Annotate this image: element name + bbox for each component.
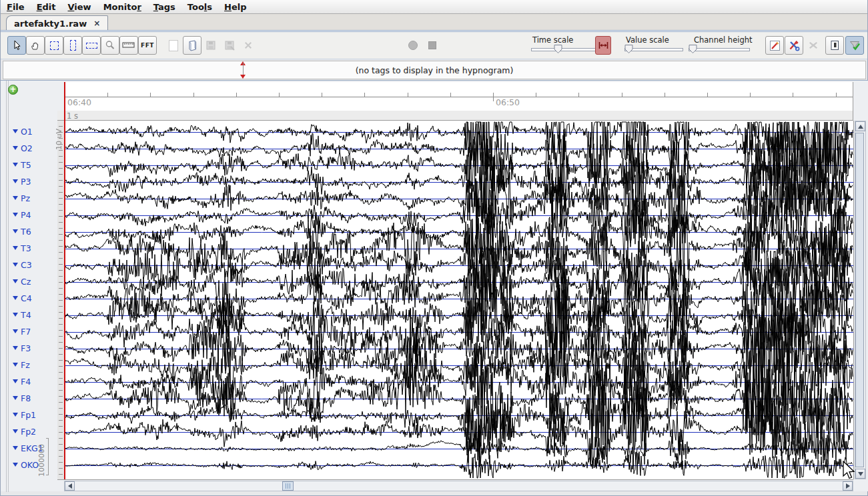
channel-label-OKO[interactable]: OKO [13,459,39,470]
stop-button[interactable] [423,36,442,55]
tab-artefakty1[interactable]: artefakty1.raw × [6,15,108,31]
channel-height-thumb[interactable] [689,44,697,54]
channel-collapse-icon[interactable] [13,313,18,317]
filter-button[interactable] [845,36,864,55]
channel-label-P4[interactable]: P4 [13,209,31,220]
channel-label-F8[interactable]: F8 [13,393,31,403]
preferences-button[interactable] [785,36,803,55]
splitter-line-2[interactable] [8,81,9,492]
select-column-button[interactable] [63,36,82,55]
channel-label-Fp1[interactable]: Fp1 [13,409,36,420]
time-scale-thumb[interactable] [554,44,562,54]
channel-label-T5[interactable]: T5 [13,159,31,170]
channel-label-Cz[interactable]: Cz [13,276,31,287]
channel-collapse-icon[interactable] [13,463,18,467]
save-as-button[interactable] [220,36,239,55]
plot-border-right [853,121,854,479]
edit-montage-button[interactable] [765,36,784,55]
scroll-up-button[interactable] [855,121,865,131]
channel-collapse-icon[interactable] [13,263,18,267]
channel-collapse-icon[interactable] [13,413,18,417]
zoom-button[interactable] [101,36,119,55]
scroll-left-button[interactable] [65,481,75,491]
menu-file[interactable]: File [1,1,31,13]
channel-collapse-icon[interactable] [13,279,18,283]
horizontal-scrollbar-thumb[interactable] [282,481,294,491]
menu-tools[interactable]: Tools [181,1,218,13]
channel-collapse-icon[interactable] [13,229,18,233]
horizontal-scrollbar[interactable] [64,481,853,491]
channel-label-F3[interactable]: F3 [13,343,31,353]
channel-collapse-icon[interactable] [13,196,18,200]
hand-scroll-button[interactable] [26,36,45,55]
add-channel-button[interactable]: + [8,85,18,95]
tools-icon [788,39,800,51]
fit-width-button[interactable] [595,36,611,55]
ruler-tick [536,93,536,97]
close-x-icon [243,40,254,51]
channel-label-T3[interactable]: T3 [13,243,31,253]
channel-label-Fz[interactable]: Fz [13,359,30,370]
channel-collapse-icon[interactable] [13,346,18,350]
channel-collapse-icon[interactable] [13,213,18,217]
channel-label-C4[interactable]: C4 [13,293,32,303]
channel-label-Pz[interactable]: Pz [13,193,30,203]
channel-label-F4[interactable]: F4 [13,376,31,387]
row-select-icon [86,43,97,49]
channel-collapse-icon[interactable] [13,363,18,367]
tab-close-icon[interactable]: × [93,19,100,28]
fit-width-icon [598,40,609,51]
channel-height-slider[interactable] [689,48,750,51]
channel-label-Fp2[interactable]: Fp2 [13,426,36,437]
value-scale-thumb[interactable] [624,44,633,54]
select-cursor-button[interactable] [7,36,26,55]
channel-collapse-icon[interactable] [13,146,18,150]
ruler-button[interactable] [119,36,138,55]
channel-collapse-icon[interactable] [13,296,18,300]
channel-collapse-icon[interactable] [13,246,18,250]
menu-tags[interactable]: Tags [147,1,181,13]
channel-label-O1[interactable]: O1 [13,126,33,137]
signal-canvas[interactable] [65,121,853,479]
channel-label-F7[interactable]: F7 [13,326,31,337]
toolbar: FFT Time scale Value scale Channel heigh… [1,32,867,59]
save-button[interactable] [201,36,220,55]
hand-icon [30,40,41,51]
fft-button[interactable]: FFT [138,36,157,55]
new-document-button[interactable] [164,36,183,55]
blank-page-icon [169,40,178,51]
abort-button[interactable] [804,36,823,55]
channel-label-C3[interactable]: C3 [13,259,32,270]
channel-label-T6[interactable]: T6 [13,226,31,237]
record-button[interactable] [404,36,422,55]
splitter-line[interactable] [6,81,7,492]
scroll-down-button[interactable] [855,469,865,479]
channel-label-T4[interactable]: T4 [13,309,31,320]
vertical-scrollbar-thumb[interactable] [855,133,864,467]
channel-collapse-icon[interactable] [13,429,18,433]
hypnogram-message: (no tags to display in the hypnogram) [356,65,514,75]
channel-collapse-icon[interactable] [13,379,18,383]
select-region-button[interactable] [45,36,63,55]
channel-label-P3[interactable]: P3 [13,176,31,187]
ruler-tick [793,93,793,97]
menu-view[interactable]: View [62,1,97,13]
open-document-button[interactable] [183,36,201,55]
hypnogram-position-marker[interactable] [240,61,246,79]
time-scale-slider[interactable] [531,48,596,51]
channel-collapse-icon[interactable] [13,163,18,167]
channel-collapse-icon[interactable] [13,446,18,450]
close-document-button[interactable] [239,36,258,55]
channel-collapse-icon[interactable] [13,179,18,183]
channel-collapse-icon[interactable] [13,129,18,133]
menu-help[interactable]: Help [218,1,252,13]
menu-edit[interactable]: Edit [31,1,62,13]
document-info-button[interactable] [825,36,844,55]
channel-collapse-icon[interactable] [13,329,18,333]
channel-label-O2[interactable]: O2 [13,143,33,153]
menu-monitor[interactable]: Monitor [97,1,147,13]
select-row-button[interactable] [82,36,101,55]
channel-collapse-icon[interactable] [13,396,18,400]
value-scale-slider[interactable] [624,48,683,51]
ruler-axis-line [64,97,853,97]
